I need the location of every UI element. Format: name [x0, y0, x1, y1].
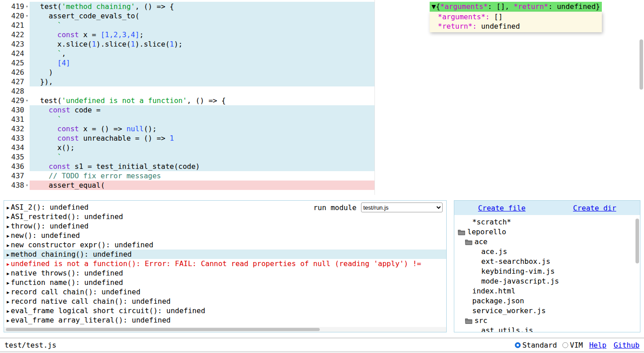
code-text: }), — [30, 77, 644, 86]
expand-arrow-icon[interactable]: ▶ — [7, 290, 9, 295]
expand-arrow-icon[interactable]: ▶ — [7, 233, 9, 238]
fold-spacer — [24, 152, 30, 162]
expand-arrow-icon[interactable]: ▶ — [7, 243, 9, 248]
expand-arrow-icon[interactable]: ▶ — [7, 252, 9, 257]
code-line[interactable]: 426 ) — [0, 68, 644, 77]
fold-toggle-icon[interactable]: ▾ — [24, 96, 30, 105]
code-editor[interactable]: 419▾ test('method chaining', () => {420▾… — [0, 0, 644, 195]
run-module-control: run module test/run.js — [313, 202, 443, 212]
radio-icon[interactable] — [562, 342, 568, 348]
test-result-row[interactable]: ▶method chaining(): undefined — [4, 250, 446, 259]
code-line[interactable]: 438▾ assert_equal( — [0, 181, 644, 190]
expand-arrow-icon[interactable]: ▶ — [7, 262, 9, 267]
code-line[interactable]: 436 const s1 = test_initial_state(code) — [0, 162, 644, 171]
test-result-row[interactable]: ▶record native call chain(): undefined — [4, 297, 446, 306]
fold-toggle-icon[interactable]: ▾ — [24, 11, 30, 21]
test-result-text: ASI_2(): undefined — [11, 203, 88, 211]
run-module-label: run module — [313, 203, 357, 212]
code-token: *arguments*: — [438, 13, 494, 21]
line-number-text: 420 — [11, 11, 24, 21]
tree-file[interactable]: ace.js — [454, 247, 640, 257]
code-line[interactable]: 437 // TODO fix error messages — [0, 171, 644, 181]
test-result-row[interactable]: ▶new(): undefined — [4, 231, 446, 240]
line-number: 432 — [0, 124, 30, 133]
line-number-text: 426 — [11, 68, 24, 77]
code-line[interactable]: 429▾ test('undefined is not a function',… — [0, 96, 644, 105]
create-dir-button[interactable]: Create dir — [573, 204, 616, 212]
test-result-row[interactable]: ▶native throws(): undefined — [4, 268, 446, 278]
code-line[interactable]: 424 `, — [0, 49, 644, 58]
console-horizontal-scrollbar[interactable] — [6, 328, 320, 331]
code-text — [30, 86, 644, 96]
keybinding-option-standard[interactable]: Standard — [515, 341, 557, 349]
expand-arrow-icon[interactable]: ▶ — [7, 309, 9, 314]
expand-arrow-icon[interactable]: ▶ — [7, 205, 9, 210]
code-text: const s1 = test_initial_state(code) — [30, 162, 644, 171]
code-token: *arguments* — [440, 2, 488, 11]
tree-file[interactable]: *scratch* — [454, 217, 640, 227]
create-file-button[interactable]: Create file — [478, 204, 526, 212]
expand-arrow-icon[interactable]: ▶ — [7, 224, 9, 229]
tree-item-label: ast_utils.js — [481, 326, 533, 332]
test-result-row[interactable]: ▶throw(): undefined — [4, 221, 446, 231]
code-token: x = () => — [79, 125, 126, 133]
line-number: 423 — [0, 39, 30, 49]
line-number: 422 — [0, 30, 30, 39]
code-line[interactable]: 425 [4] — [0, 58, 644, 68]
tree-folder[interactable]: ace — [454, 237, 640, 247]
test-result-text: record native call chain(): undefined — [11, 297, 170, 306]
code-token — [31, 162, 49, 171]
line-number-text: 425 — [11, 58, 24, 68]
code-line[interactable]: 427 }), — [0, 77, 644, 86]
tree-file[interactable]: index.html — [454, 286, 640, 296]
code-line[interactable]: 435 ` — [0, 152, 644, 162]
test-result-row[interactable]: ▶function name(): undefined — [4, 278, 446, 287]
fold-toggle-icon[interactable]: ▾ — [24, 181, 30, 190]
expand-arrow-icon[interactable]: ▶ — [7, 271, 9, 276]
files-vertical-scrollbar[interactable] — [635, 219, 639, 263]
code-token: test( — [31, 2, 61, 11]
link-github[interactable]: Github — [614, 341, 640, 349]
line-number-text: 419 — [11, 2, 24, 11]
test-result-row[interactable]: ▶eval_frame logical short circuit(): und… — [4, 306, 446, 315]
code-line[interactable]: 431 ` — [0, 115, 644, 124]
code-line[interactable]: 428 — [0, 86, 644, 96]
tree-file[interactable]: package.json — [454, 296, 640, 306]
code-line[interactable]: 432 const x = () => null(); — [0, 124, 644, 133]
fold-toggle-icon[interactable]: ▾ — [24, 2, 30, 11]
tree-folder[interactable]: leporello — [454, 227, 640, 237]
radio-icon[interactable] — [515, 342, 521, 348]
line-number-text: 436 — [11, 162, 24, 171]
test-result-row[interactable]: ▶eval_frame array_literal(): undefined — [4, 315, 446, 325]
code-line[interactable]: 423 x.slice(1).slice(1).slice(1); — [0, 39, 644, 49]
folder-icon — [458, 229, 465, 235]
value-tooltip-header[interactable]: ▼{*arguments*: [], *return*: undefined} — [430, 2, 602, 12]
statusbar-links: HelpGithub — [589, 341, 640, 349]
tree-file[interactable]: ast_utils.js — [454, 326, 640, 332]
keybinding-option-vim[interactable]: VIM — [562, 341, 583, 349]
link-help[interactable]: Help — [589, 341, 607, 349]
expand-arrow-icon[interactable]: ▶ — [7, 280, 9, 285]
tree-file[interactable]: service_worker.js — [454, 306, 640, 316]
test-result-row[interactable]: ▶new constructor expr(): undefined — [4, 240, 446, 250]
expand-arrow-icon[interactable]: ▶ — [7, 215, 9, 220]
code-line[interactable]: 430 const code = — [0, 105, 644, 115]
test-results-panel: ▶ASI_2(): undefined▶ASI_restrited(): und… — [4, 200, 447, 332]
expand-arrow-icon[interactable]: ▶ — [7, 318, 9, 323]
test-result-row[interactable]: ▶record call chain(): undefined — [4, 287, 446, 297]
test-result-row[interactable]: ▶undefined is not a function(): Error: F… — [4, 259, 446, 268]
tree-file[interactable]: ext-searchbox.js — [454, 257, 640, 267]
tree-file[interactable]: keybinding-vim.js — [454, 267, 640, 276]
tree-folder[interactable]: src — [454, 316, 640, 326]
editor-vertical-scrollbar[interactable] — [640, 39, 643, 90]
expand-arrow-icon[interactable]: ▶ — [7, 299, 9, 304]
folder-icon — [465, 239, 472, 245]
file-browser-panel: Create file Create dir *scratch*leporell… — [454, 200, 640, 332]
module-select[interactable]: test/run.js — [361, 202, 443, 212]
code-line[interactable]: 434 x(); — [0, 143, 644, 152]
test-result-row[interactable]: ▶ASI_restrited(): undefined — [4, 212, 446, 221]
file-tree: *scratch*leporelloaceace.jsext-searchbox… — [454, 215, 640, 332]
code-line[interactable]: 433 const unreachable = () => 1 — [0, 133, 644, 143]
tree-file[interactable]: mode-javascript.js — [454, 276, 640, 286]
code-token: 1 — [92, 40, 96, 48]
